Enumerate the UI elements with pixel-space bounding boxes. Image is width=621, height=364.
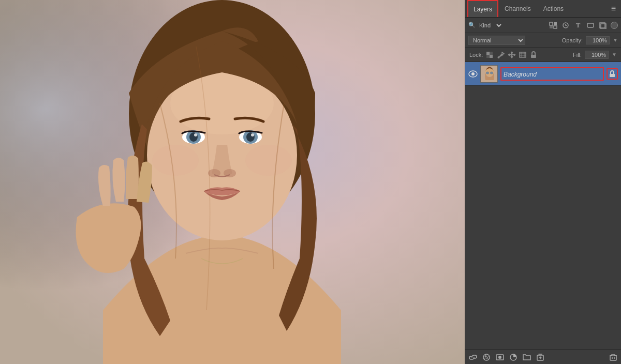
lock-position-icon[interactable] [508,51,516,59]
svg-point-15 [251,133,254,136]
link-layers-button[interactable] [467,352,479,362]
svg-rect-41 [610,74,615,77]
lock-image-pixels-icon[interactable] [497,51,505,59]
filter-toggle[interactable] [611,22,618,29]
filter-search: 🔍 Kind Name Effect Mode Attribute Color [468,22,503,29]
opacity-label: Opacity: [562,37,583,43]
svg-rect-22 [550,26,553,28]
svg-rect-21 [554,22,557,25]
filter-icons: T [549,22,618,29]
shape-filter-icon[interactable] [586,22,595,29]
opacity-arrow[interactable]: ▼ [613,37,618,43]
lock-label: Lock: [469,52,483,58]
layer-visibility-toggle[interactable] [468,70,478,78]
new-fill-layer-button[interactable] [508,352,519,362]
layer-thumbnail [480,65,498,83]
kind-select[interactable]: Kind Name Effect Mode Attribute Color [477,22,503,29]
adjustment-filter-icon[interactable] [561,22,570,29]
layer-lock-icon[interactable] [607,68,618,80]
opacity-value[interactable]: 100% [586,36,610,44]
layer-item-background[interactable]: Background [465,62,621,86]
svg-rect-25 [587,23,594,27]
add-layer-mask-button[interactable] [494,352,506,362]
layer-name: Background [504,71,537,78]
search-icon: 🔍 [468,22,476,28]
right-panel: Layers Channels Actions ≡ 🔍 Kind Name Ef… [465,0,621,364]
canvas-image [0,0,465,364]
svg-point-18 [152,145,199,176]
svg-rect-20 [550,22,553,25]
lock-icons [486,51,538,59]
svg-rect-29 [490,52,493,55]
blend-mode-select[interactable]: Normal Dissolve Multiply Screen Overlay [468,36,525,45]
tab-layers[interactable]: Layers [467,0,498,17]
filter-row: 🔍 Kind Name Effect Mode Attribute Color … [465,18,621,33]
pixel-filter-icon[interactable] [549,22,558,29]
portrait-svg [0,0,465,364]
svg-point-39 [486,71,489,74]
layers-list: Background [465,62,621,350]
svg-point-45 [498,356,501,359]
svg-rect-28 [486,52,490,55]
svg-rect-48 [610,356,616,360]
lock-transparent-pixels-icon[interactable] [486,51,494,59]
add-layer-style-button[interactable]: fx [481,352,492,362]
svg-text:fx: fx [484,355,489,360]
svg-rect-31 [490,55,493,58]
smartobject-filter-icon[interactable] [598,22,608,29]
type-filter-icon[interactable]: T [573,22,583,29]
svg-rect-34 [531,55,536,58]
svg-point-32 [498,56,500,58]
svg-rect-30 [486,55,490,58]
lock-artboard-icon[interactable] [519,51,527,59]
fill-value[interactable]: 100% [585,51,609,59]
layer-name-box: Background [500,67,604,81]
canvas-area [0,0,465,364]
svg-point-11 [194,133,197,136]
delete-layer-button[interactable] [608,352,619,362]
fill-arrow[interactable]: ▼ [612,52,617,57]
svg-rect-23 [554,26,557,28]
lock-row: Lock: [465,48,621,62]
new-group-button[interactable] [521,352,533,362]
fill-label: Fill: [573,52,582,58]
svg-point-36 [471,72,475,75]
panel-bottom: fx [465,350,621,364]
svg-point-19 [245,145,292,176]
lock-all-icon[interactable] [529,51,538,59]
tab-actions[interactable]: Actions [537,0,570,17]
tab-channels[interactable]: Channels [498,0,537,17]
panel-tabs: Layers Channels Actions ≡ [465,0,621,18]
new-layer-button[interactable] [535,352,546,362]
svg-point-40 [490,71,493,74]
thumbnail-image [481,66,498,83]
svg-rect-33 [520,52,526,57]
blend-row: Normal Dissolve Multiply Screen Overlay … [465,33,621,48]
panel-menu-button[interactable]: ≡ [608,4,619,13]
